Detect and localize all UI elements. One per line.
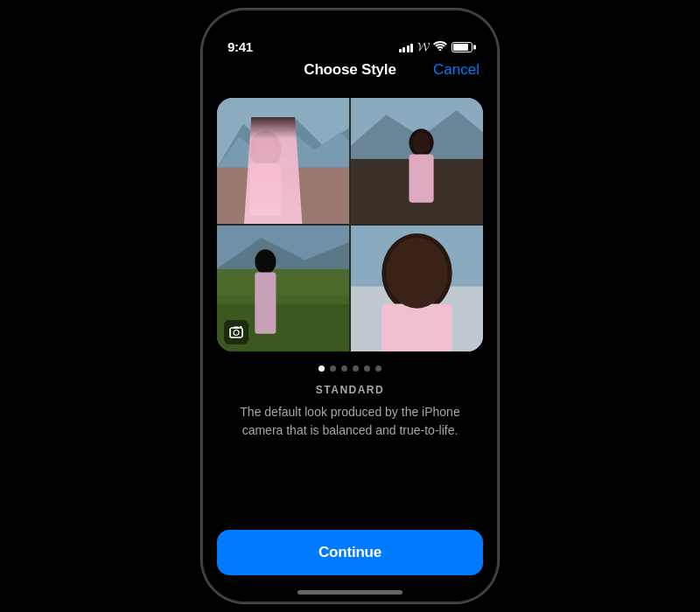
svg-point-30 [386, 238, 447, 309]
home-indicator [298, 590, 402, 595]
svg-rect-20 [255, 272, 276, 333]
phone-frame: 9:41 𝓦 [201, 9, 499, 603]
photo-grid [217, 98, 483, 351]
gallery-icon [224, 320, 248, 344]
status-time: 9:41 [228, 39, 253, 54]
photo-cell-3 [217, 226, 349, 351]
screen: 9:41 𝓦 [203, 10, 497, 602]
continue-button[interactable]: Continue [217, 530, 483, 575]
photo-cell-4 [351, 226, 483, 351]
dot-5[interactable] [364, 365, 370, 372]
battery-fill [453, 44, 468, 51]
svg-point-19 [255, 249, 276, 274]
battery-icon [452, 42, 472, 52]
dot-6[interactable] [375, 365, 382, 372]
pagination-dots [318, 365, 382, 372]
photo-cell-2 [351, 98, 483, 224]
svg-point-22 [234, 330, 239, 336]
nav-title: Choose Style [304, 61, 396, 79]
svg-point-0 [439, 49, 442, 51]
svg-rect-12 [409, 154, 433, 202]
cancel-button[interactable]: Cancel [433, 61, 480, 79]
dynamic-island [298, 21, 402, 51]
svg-rect-4 [217, 168, 349, 224]
status-icons: 𝓦 [399, 39, 472, 54]
signal-icon [399, 42, 414, 52]
svg-rect-18 [217, 277, 349, 303]
wifi-icon: 𝓦 [417, 39, 447, 54]
dot-2[interactable] [330, 365, 336, 372]
dot-1[interactable] [318, 365, 325, 372]
svg-rect-29 [382, 304, 452, 351]
content-area: STANDARD The default look produced by th… [203, 89, 497, 530]
style-description: The default look produced by the iPhone … [217, 403, 483, 440]
photo-cell-1 [217, 98, 349, 224]
svg-rect-21 [230, 328, 242, 337]
dot-3[interactable] [341, 365, 347, 372]
svg-point-7 [255, 137, 276, 162]
dot-4[interactable] [353, 365, 359, 372]
svg-point-13 [412, 132, 430, 153]
style-name: STANDARD [316, 384, 384, 396]
svg-point-5 [249, 130, 281, 169]
photo-grid-container [217, 98, 483, 351]
svg-rect-24 [230, 328, 242, 337]
svg-rect-6 [249, 163, 281, 216]
